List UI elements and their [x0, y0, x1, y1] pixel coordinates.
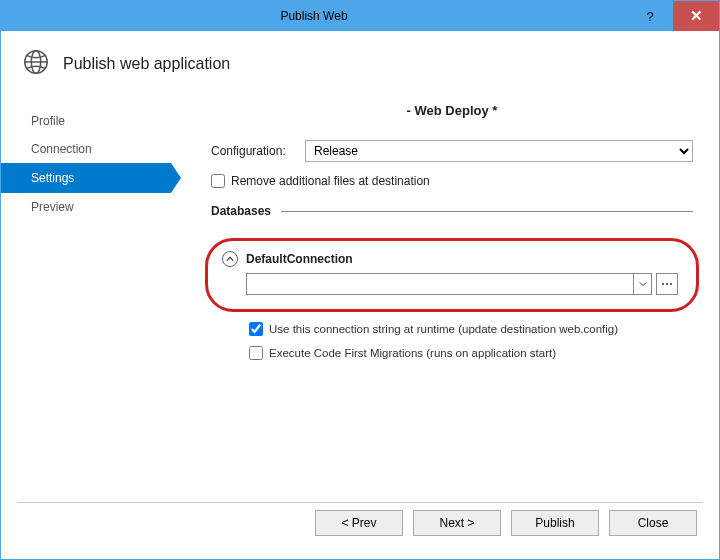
titlebar-buttons: ? ✕ — [627, 1, 719, 31]
prev-button[interactable]: < Prev — [315, 510, 403, 536]
svg-point-5 — [670, 283, 672, 285]
configuration-select[interactable]: Release — [305, 140, 693, 162]
globe-icon — [21, 47, 51, 81]
code-first-checkbox[interactable] — [249, 346, 263, 360]
publish-button[interactable]: Publish — [511, 510, 599, 536]
sidebar-item-settings[interactable]: Settings — [1, 163, 171, 193]
databases-heading: Databases — [211, 204, 693, 218]
svg-point-4 — [666, 283, 668, 285]
sidebar: Profile Connection Settings Preview — [1, 91, 171, 499]
connection-input-row — [220, 273, 678, 295]
chevron-down-icon[interactable] — [633, 274, 651, 294]
deploy-method-title: - Web Deploy * — [211, 103, 693, 118]
titlebar: Publish Web ? ✕ — [1, 1, 719, 31]
help-button[interactable]: ? — [627, 1, 673, 31]
remove-files-checkbox[interactable] — [211, 174, 225, 188]
close-button[interactable]: Close — [609, 510, 697, 536]
next-button[interactable]: Next > — [413, 510, 501, 536]
use-runtime-row: Use this connection string at runtime (u… — [211, 322, 693, 336]
main-panel: - Web Deploy * Configuration: Release Re… — [171, 91, 719, 499]
connection-header: DefaultConnection — [220, 251, 678, 267]
sidebar-item-preview[interactable]: Preview — [1, 193, 171, 221]
use-runtime-label: Use this connection string at runtime (u… — [269, 323, 618, 335]
connection-browse-button[interactable] — [656, 273, 678, 295]
sidebar-item-connection[interactable]: Connection — [1, 135, 171, 163]
connection-string-combo[interactable] — [246, 273, 652, 295]
remove-files-row: Remove additional files at destination — [211, 174, 693, 188]
footer-separator — [17, 502, 703, 503]
footer: < Prev Next > Publish Close — [1, 499, 719, 559]
connection-name: DefaultConnection — [246, 252, 353, 266]
code-first-row: Execute Code First Migrations (runs on a… — [211, 346, 693, 360]
chevron-up-icon[interactable] — [222, 251, 238, 267]
dialog-header: Publish web application — [1, 31, 719, 91]
dialog-body: Profile Connection Settings Preview - We… — [1, 91, 719, 499]
sidebar-item-profile[interactable]: Profile — [1, 107, 171, 135]
configuration-label: Configuration: — [211, 144, 297, 158]
publish-web-dialog: Publish Web ? ✕ Publish web application … — [0, 0, 720, 560]
configuration-row: Configuration: Release — [211, 140, 693, 162]
connection-callout: DefaultConnection — [205, 238, 699, 312]
divider — [281, 211, 693, 212]
use-runtime-checkbox[interactable] — [249, 322, 263, 336]
code-first-label: Execute Code First Migrations (runs on a… — [269, 347, 556, 359]
svg-point-3 — [662, 283, 664, 285]
window-title: Publish Web — [1, 9, 627, 23]
databases-label: Databases — [211, 204, 271, 218]
remove-files-label: Remove additional files at destination — [231, 174, 430, 188]
window-close-button[interactable]: ✕ — [673, 1, 719, 31]
dialog-title: Publish web application — [63, 55, 230, 73]
